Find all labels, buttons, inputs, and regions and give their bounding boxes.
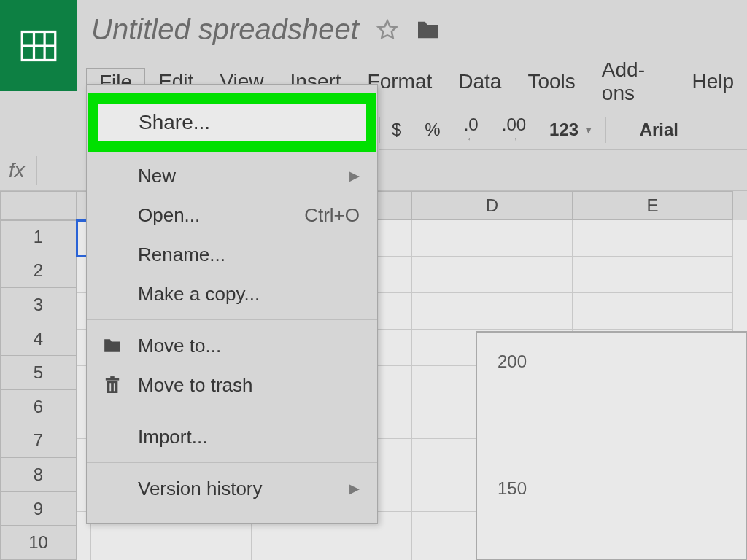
format-percent-button[interactable]: % (413, 109, 452, 149)
file-menu-make-copy[interactable]: Make a copy... (87, 274, 377, 314)
column-header-D[interactable]: D (412, 191, 573, 220)
file-menu-new[interactable]: New ▶ (87, 156, 377, 195)
file-menu-rename-label: Rename... (138, 244, 225, 266)
dec-less-label: .0 (464, 116, 479, 133)
chart-ytick-200: 200 (492, 351, 527, 372)
row-header-7[interactable]: 7 (0, 424, 77, 459)
increase-decimal-button[interactable]: .00→ (490, 109, 538, 149)
file-menu-version-history[interactable]: Version history ▶ (87, 469, 377, 508)
file-menu-make-copy-label: Make a copy... (138, 283, 260, 306)
row-header-10[interactable]: 10 (0, 526, 77, 560)
svg-rect-4 (107, 381, 118, 394)
fx-label: fx (9, 159, 25, 182)
font-family-select[interactable]: Arial (628, 109, 690, 149)
folder-icon[interactable] (416, 20, 441, 40)
file-menu-move-to[interactable]: Move to... (87, 326, 377, 365)
file-menu-share-label: Share... (139, 111, 210, 134)
file-menu-new-label: New (138, 165, 176, 187)
cell-D3[interactable] (412, 293, 573, 330)
num-format-label: 123 (549, 120, 578, 140)
svg-rect-6 (110, 376, 115, 378)
file-menu-open-label: Open... (138, 204, 200, 227)
file-menu-open[interactable]: Open... Ctrl+O (87, 195, 377, 235)
menu-addons[interactable]: Add-ons (589, 55, 679, 109)
column-header-E[interactable]: E (573, 191, 733, 220)
cell-D2[interactable] (412, 257, 573, 293)
menu-tools[interactable]: Tools (514, 67, 588, 98)
sheets-logo[interactable] (0, 0, 77, 91)
submenu-caret-icon: ▶ (349, 168, 360, 184)
menu-data[interactable]: Data (445, 67, 514, 98)
cell-A10[interactable] (77, 548, 91, 560)
file-menu-trash-label: Move to trash (138, 374, 253, 397)
row-header-4[interactable]: 4 (0, 322, 77, 357)
sheets-grid-icon (20, 27, 58, 65)
decrease-decimal-button[interactable]: .0← (452, 109, 490, 149)
cell-C10[interactable] (252, 548, 412, 560)
row-header-2[interactable]: 2 (0, 254, 77, 289)
embedded-chart[interactable]: 200 150 (476, 331, 747, 560)
trash-icon (101, 374, 123, 396)
cell-E1[interactable] (573, 220, 733, 257)
file-menu-share[interactable]: Share... (88, 93, 376, 152)
file-menu-move-to-label: Move to... (138, 335, 221, 357)
file-menu-move-to-trash[interactable]: Move to trash (87, 365, 377, 405)
row-header-6[interactable]: 6 (0, 390, 77, 424)
file-menu-rename[interactable]: Rename... (87, 235, 377, 274)
svg-rect-7 (109, 383, 111, 391)
star-icon[interactable] (376, 19, 398, 41)
format-currency-button[interactable]: $ (380, 109, 413, 149)
file-menu-import[interactable]: Import... (87, 417, 377, 456)
chart-ytick-150: 150 (492, 478, 527, 499)
file-menu-version-history-label: Version history (138, 478, 263, 500)
row-header-5[interactable]: 5 (0, 356, 77, 390)
row-header-8[interactable]: 8 (0, 458, 77, 492)
toolbar: $ % .0← .00→ 123 ▼ Arial (379, 109, 747, 150)
select-all-corner[interactable] (0, 191, 77, 220)
submenu-caret-icon: ▶ (349, 481, 360, 497)
cell-B10[interactable] (91, 548, 252, 560)
cell-D1[interactable] (412, 220, 573, 257)
file-menu-import-label: Import... (138, 426, 207, 448)
dec-more-label: .00 (502, 116, 526, 133)
document-title[interactable]: Untitled spreadsheet (91, 13, 359, 46)
menu-help[interactable]: Help (678, 67, 747, 98)
row-header-9[interactable]: 9 (0, 492, 77, 526)
file-menu-open-shortcut: Ctrl+O (304, 204, 360, 227)
folder-solid-icon (101, 335, 123, 357)
cell-E3[interactable] (573, 293, 733, 330)
cell-E2[interactable] (573, 257, 733, 293)
svg-rect-5 (106, 378, 119, 381)
svg-rect-8 (114, 383, 115, 391)
number-format-button[interactable]: 123 ▼ (538, 109, 605, 149)
row-header-1[interactable]: 1 (0, 220, 77, 254)
row-header-3[interactable]: 3 (0, 288, 77, 322)
